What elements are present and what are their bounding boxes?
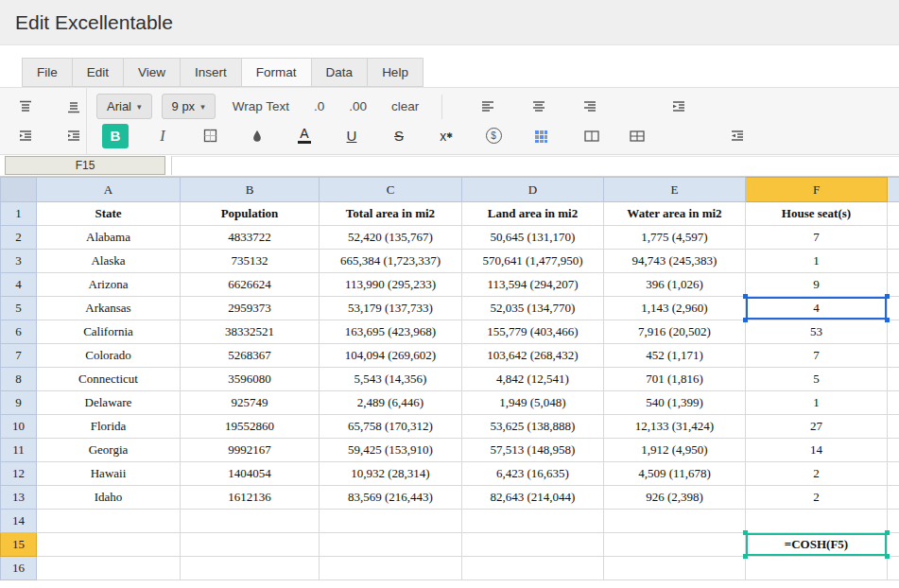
cell-C9[interactable]: 2,489 (6,446)	[320, 391, 462, 415]
select-all-corner[interactable]	[1, 178, 37, 202]
cell-D5[interactable]: 52,035 (134,770)	[462, 297, 604, 320]
cell-A5[interactable]: Arkansas	[37, 297, 181, 320]
cell-A2[interactable]: Alabama	[37, 226, 181, 250]
fill-color-icon[interactable]	[244, 124, 270, 148]
cell-E10[interactable]: 12,133 (31,424)	[604, 415, 746, 439]
menu-tab-help[interactable]: Help	[367, 58, 424, 87]
cell-C2[interactable]: 52,420 (135,767)	[320, 226, 462, 250]
cell-B13[interactable]: 1612136	[181, 486, 320, 510]
cell-A1[interactable]: State	[37, 202, 181, 226]
cell-F8[interactable]: 5	[746, 368, 888, 391]
row-header-16[interactable]: 16	[1, 557, 37, 580]
cell-D10[interactable]: 53,625 (138,888)	[462, 415, 604, 439]
cell-C15[interactable]	[320, 533, 462, 557]
row-header-11[interactable]: 11	[1, 439, 37, 462]
cell-B10[interactable]: 19552860	[181, 415, 320, 439]
cell-B6[interactable]: 38332521	[181, 320, 320, 344]
currency-format-icon[interactable]: $	[480, 124, 507, 148]
cell-F10[interactable]: 27	[746, 415, 888, 439]
column-header-B[interactable]: B	[181, 178, 320, 202]
cell-D7[interactable]: 103,642 (268,432)	[462, 344, 604, 368]
cell-E4[interactable]: 396 (1,026)	[604, 273, 746, 297]
cell-B15[interactable]	[181, 533, 320, 557]
font-color-button[interactable]: A	[291, 124, 318, 148]
cell-A3[interactable]: Alaska	[37, 250, 181, 273]
increase-decimal-button[interactable]: .00	[341, 99, 374, 113]
row-header-7[interactable]: 7	[1, 344, 37, 368]
cell-C16[interactable]	[320, 557, 462, 580]
align-left-icon[interactable]	[475, 95, 501, 119]
menu-tab-format[interactable]: Format	[241, 58, 312, 87]
align-right-icon[interactable]	[577, 95, 603, 119]
cell-A11[interactable]: Georgia	[37, 439, 181, 462]
row-header-15[interactable]: 15	[1, 533, 37, 557]
selection-handle[interactable]	[743, 554, 748, 559]
cell-A16[interactable]	[37, 557, 181, 580]
align-bottom-icon[interactable]	[61, 95, 87, 119]
selection-handle[interactable]	[885, 530, 890, 535]
row-header-6[interactable]: 6	[1, 320, 37, 344]
row-header-9[interactable]: 9	[1, 391, 37, 415]
cell-B9[interactable]: 925749	[181, 391, 320, 415]
bold-button[interactable]: B	[102, 124, 129, 148]
row-header-3[interactable]: 3	[1, 250, 37, 273]
cell-D2[interactable]: 50,645 (131,170)	[462, 226, 604, 250]
cell-E7[interactable]: 452 (1,171)	[604, 344, 746, 368]
cell-B2[interactable]: 4833722	[181, 226, 320, 250]
strikethrough-button[interactable]: S	[386, 124, 412, 148]
cell-D1[interactable]: Land area in mi2	[462, 202, 604, 226]
cell-B1[interactable]: Population	[181, 202, 320, 226]
cell-F11[interactable]: 14	[746, 439, 888, 462]
cell-F9[interactable]: 1	[746, 391, 888, 415]
cell-E15[interactable]	[604, 533, 746, 557]
selection-handle[interactable]	[743, 318, 748, 322]
text-indent-icon[interactable]	[666, 95, 692, 119]
indent-increase-icon[interactable]	[61, 124, 87, 148]
cell-B8[interactable]: 3596080	[181, 368, 320, 391]
borders-icon[interactable]	[197, 124, 223, 148]
row-header-12[interactable]: 12	[1, 462, 37, 486]
clear-format-button[interactable]: clear	[384, 99, 426, 113]
column-header-A[interactable]: A	[37, 178, 181, 202]
cell-A7[interactable]: Colorado	[37, 344, 181, 368]
cell-E2[interactable]: 1,775 (4,597)	[604, 226, 746, 250]
cell-F7[interactable]: 7	[746, 344, 888, 368]
cell-D9[interactable]: 1,949 (5,048)	[462, 391, 604, 415]
row-header-1[interactable]: 1	[1, 202, 37, 226]
selection-handle[interactable]	[743, 294, 748, 299]
cell-F5[interactable]: 4	[746, 297, 888, 320]
cell-C6[interactable]: 163,695 (423,968)	[320, 320, 462, 344]
row-header-8[interactable]: 8	[1, 368, 37, 391]
cell-E5[interactable]: 1,143 (2,960)	[604, 297, 746, 320]
menu-tab-edit[interactable]: Edit	[72, 58, 124, 87]
cell-B4[interactable]: 6626624	[181, 273, 320, 297]
cell-B5[interactable]: 2959373	[181, 297, 320, 320]
column-header-F[interactable]: F	[746, 178, 888, 202]
cell-C14[interactable]	[320, 510, 462, 533]
cell-reference-box[interactable]: F15	[5, 156, 165, 175]
selection-handle[interactable]	[885, 294, 890, 299]
cell-F2[interactable]: 7	[746, 226, 888, 250]
cell-A15[interactable]	[37, 533, 181, 557]
cell-A14[interactable]	[37, 510, 181, 533]
wrap-text-button[interactable]: Wrap Text	[225, 99, 297, 113]
cell-D16[interactable]	[462, 557, 604, 580]
cell-E11[interactable]: 1,912 (4,950)	[604, 439, 746, 462]
cell-E12[interactable]: 4,509 (11,678)	[604, 462, 746, 486]
cell-A12[interactable]: Hawaii	[37, 462, 181, 486]
cell-E14[interactable]	[604, 510, 746, 533]
cell-E1[interactable]: Water area in mi2	[604, 202, 746, 226]
cell-F16[interactable]	[746, 557, 888, 580]
cell-C7[interactable]: 104,094 (269,602)	[320, 344, 462, 368]
cell-D15[interactable]	[462, 533, 604, 557]
column-header-D[interactable]: D	[462, 178, 604, 202]
cell-F6[interactable]: 53	[746, 320, 888, 344]
menu-tab-insert[interactable]: Insert	[180, 58, 242, 87]
row-header-2[interactable]: 2	[1, 226, 37, 250]
decrease-decimal-button[interactable]: .0	[306, 99, 332, 113]
column-header-E[interactable]: E	[604, 178, 746, 202]
cell-A4[interactable]: Arizona	[37, 273, 181, 297]
cell-C8[interactable]: 5,543 (14,356)	[320, 368, 462, 391]
selection-handle[interactable]	[885, 554, 890, 559]
font-family-dropdown[interactable]: Arial ▾	[96, 94, 152, 119]
